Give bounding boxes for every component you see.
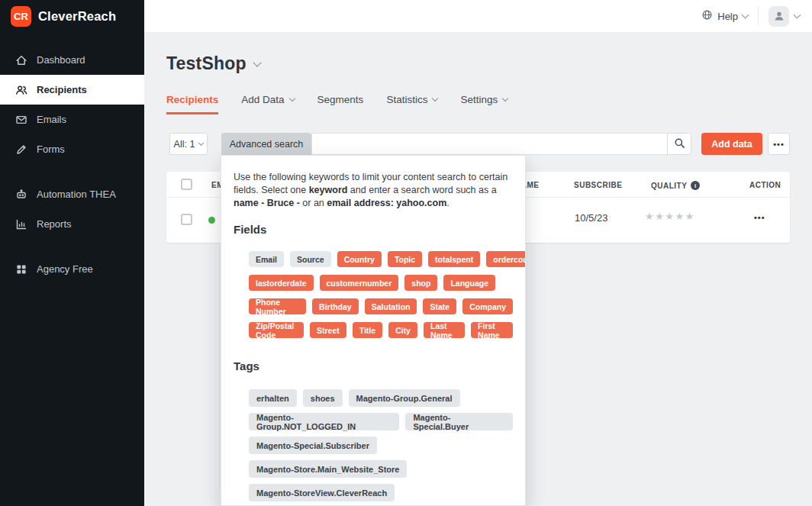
field-keyword-chip[interactable]: Company — [462, 298, 513, 314]
tab-segments[interactable]: Segments — [317, 94, 364, 114]
more-icon: ••• — [773, 140, 785, 149]
field-keyword-chip[interactable]: shop — [404, 275, 437, 291]
sidebar-nav: Dashboard Recipients Emails Forms Automa… — [0, 45, 144, 284]
tag-chip[interactable]: erhalten — [249, 389, 297, 407]
select-all-checkbox[interactable] — [181, 179, 192, 190]
tag-chip[interactable]: shoes — [303, 389, 343, 407]
help-text-keyword: keyword — [309, 185, 348, 195]
help-text-example-email: email address: yahoo.com — [327, 198, 446, 208]
sidebar-group-gap — [0, 164, 144, 179]
help-text-example-name: name - Bruce - — [234, 198, 300, 208]
chevron-down-icon — [794, 11, 801, 19]
search-button[interactable] — [667, 133, 691, 155]
sidebar-group-gap — [0, 239, 144, 254]
sidebar-item-label: Forms — [37, 143, 65, 155]
advanced-search-help-text: Use the following keywords to limit your… — [234, 171, 517, 210]
fields-section-title: Fields — [234, 223, 513, 236]
field-keyword-chip[interactable]: Email — [249, 251, 284, 267]
field-keyword-chip[interactable]: State — [423, 298, 456, 314]
star-icon: ★ — [675, 211, 685, 222]
account-menu-button[interactable] — [768, 6, 800, 27]
add-data-button[interactable]: Add data — [701, 133, 762, 155]
topbar-divider — [758, 7, 759, 25]
field-keyword-chip[interactable]: lastorderdate — [249, 275, 314, 291]
help-label: Help — [717, 11, 738, 22]
chevron-down-icon — [253, 58, 261, 66]
sidebar-item-forms[interactable]: Forms — [0, 134, 144, 164]
search-input[interactable] — [311, 133, 667, 155]
column-header-action: ACTION — [749, 181, 781, 189]
robot-icon — [15, 189, 27, 201]
home-icon — [15, 54, 27, 66]
field-keyword-chip[interactable]: Source — [290, 251, 331, 267]
tag-chip[interactable]: Magento-Special.Subscriber — [249, 437, 377, 454]
users-icon — [15, 84, 27, 96]
toolbar-more-button[interactable]: ••• — [768, 133, 790, 155]
sidebar-item-dashboard[interactable]: Dashboard — [0, 45, 144, 75]
list-title-dropdown[interactable]: TestShop — [166, 53, 260, 74]
sidebar-item-agency-free[interactable]: Agency Free — [0, 254, 144, 284]
chevron-down-icon — [288, 95, 295, 102]
bar-chart-icon — [15, 218, 27, 230]
tab-label: Statistics — [386, 94, 427, 105]
topbar: Help — [144, 0, 812, 32]
tag-chip[interactable]: Magento-Special.Buyer — [405, 413, 513, 430]
pencil-icon — [15, 143, 27, 156]
row-checkbox[interactable] — [181, 214, 192, 225]
sidebar-item-emails[interactable]: Emails — [0, 105, 144, 134]
advanced-search-button[interactable]: Advanced search — [221, 133, 311, 155]
page-title: TestShop — [166, 53, 246, 74]
field-keyword-chip[interactable]: Street — [310, 322, 346, 338]
tab-statistics[interactable]: Statistics — [386, 94, 437, 114]
tag-row: Magento-Store.Main_Website_Store — [249, 460, 513, 478]
field-keyword-chip[interactable]: Topic — [388, 251, 422, 267]
tab-label: Recipients — [166, 94, 218, 105]
field-keyword-chip[interactable]: Zip/Postal Code — [249, 322, 304, 338]
chevron-down-icon — [742, 11, 749, 19]
field-keyword-chip[interactable]: ordercount — [486, 251, 526, 267]
tag-chip[interactable]: Magento-Group.NOT_LOGGED_IN — [249, 413, 399, 430]
sidebar-item-label: Emails — [37, 114, 66, 125]
tab-settings[interactable]: Settings — [460, 94, 508, 114]
field-keyword-chip[interactable]: totalspent — [428, 251, 480, 267]
sidebar-item-reports[interactable]: Reports — [0, 209, 144, 239]
field-keyword-chip[interactable]: Phone Number — [249, 298, 306, 314]
row-more-button[interactable]: ••• — [754, 213, 765, 222]
tag-chip[interactable]: Magento-Group.General — [349, 389, 460, 407]
tab-label: Add Data — [241, 94, 284, 105]
column-header-quality: QUALITYi — [651, 181, 700, 190]
field-keyword-chip[interactable]: customernumber — [320, 275, 399, 291]
field-keyword-chip[interactable]: Salutation — [365, 298, 417, 314]
sidebar-item-automation-thea[interactable]: Automation THEA — [0, 179, 144, 209]
star-icon: ★ — [665, 211, 675, 222]
field-keyword-chip[interactable]: Language — [443, 275, 495, 291]
tab-add-data[interactable]: Add Data — [241, 94, 294, 114]
sidebar-item-recipients[interactable]: Recipients — [0, 75, 144, 105]
cleverreach-logo[interactable]: CR CleverReach — [0, 0, 144, 32]
tag-chip[interactable]: Magento-StoreView.CleverReach — [249, 484, 395, 501]
field-keyword-chip[interactable]: Country — [337, 251, 382, 267]
add-data-label: Add data — [711, 139, 752, 150]
chevron-down-icon — [502, 95, 508, 102]
star-icon: ★ — [685, 211, 695, 222]
tag-chip[interactable]: Magento-Store.Main_Website_Store — [249, 460, 407, 478]
field-keyword-row: Email Source Country Topic totalspent or… — [249, 251, 513, 267]
search-icon — [674, 137, 685, 151]
field-keyword-chip[interactable]: Last Name — [424, 322, 465, 338]
field-keyword-chip[interactable]: City — [388, 322, 417, 338]
field-keyword-chip[interactable]: Birthday — [312, 298, 359, 314]
field-keyword-chip[interactable]: First Name — [471, 322, 513, 338]
field-keyword-list: Email Source Country Topic totalspent or… — [249, 251, 513, 338]
tag-row: Magento-Special.Subscriber — [249, 437, 513, 454]
info-icon[interactable]: i — [691, 181, 700, 190]
grid-icon — [15, 263, 27, 276]
field-keyword-chip[interactable]: Title — [353, 322, 382, 338]
tab-recipients[interactable]: Recipients — [166, 94, 218, 114]
advanced-search-panel: Use the following keywords to limit your… — [221, 155, 526, 506]
help-menu-button[interactable]: Help — [701, 9, 748, 23]
filter-dropdown-button[interactable]: All: 1 — [169, 133, 208, 155]
sidebar: CR CleverReach Dashboard Recipients Emai… — [0, 0, 144, 506]
subscribe-date: 10/5/23 — [575, 212, 607, 224]
cleverreach-logo-icon: CR — [11, 6, 31, 27]
tags-section-title: Tags — [234, 359, 513, 372]
